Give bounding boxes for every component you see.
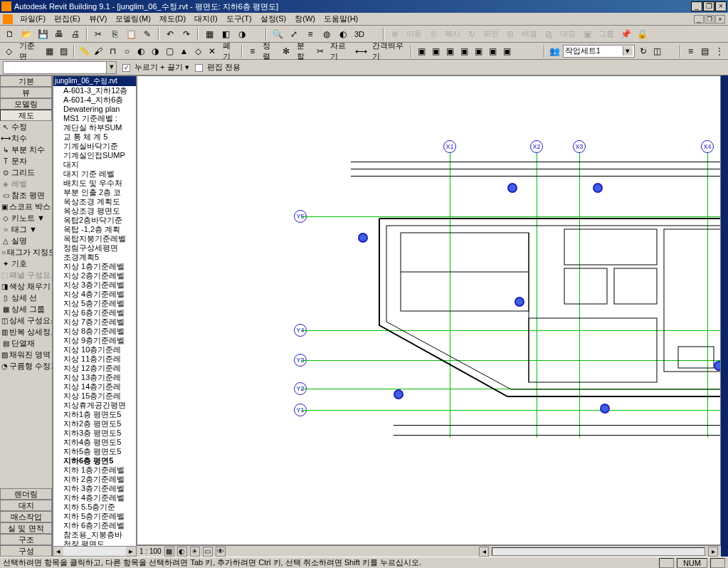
tree-item[interactable]: 천장 평면도 xyxy=(53,540,136,546)
refplane-label[interactable]: 기준면 xyxy=(17,41,41,62)
wsgray-button[interactable]: ◫ xyxy=(651,44,663,58)
ws4-button[interactable]: ▣ xyxy=(458,44,470,58)
hscrollbar[interactable] xyxy=(492,547,705,556)
ws2-button[interactable]: ▣ xyxy=(430,44,442,58)
dropdown-icon[interactable]: ▾ xyxy=(623,46,633,56)
maximize-button[interactable]: ❐ xyxy=(703,1,714,11)
paint-button[interactable]: 🖌 xyxy=(93,44,105,58)
tree-item[interactable]: 지하5층 평면도5 xyxy=(53,447,136,456)
grid-bubble[interactable]: X3 xyxy=(573,140,586,153)
align-icon[interactable]: ≡ xyxy=(246,44,258,58)
tree-item[interactable]: 지하3층 평면도5 xyxy=(53,428,136,438)
split-label[interactable]: 분할 xyxy=(295,41,312,62)
tree-item[interactable]: MS1 기준레벨 : xyxy=(53,114,136,123)
tree-item[interactable]: 옥상조경 평면도 xyxy=(53,206,136,216)
tree-item[interactable]: 대지 xyxy=(53,160,136,169)
section-marker[interactable] xyxy=(714,361,721,371)
shaded-button[interactable]: ◍ xyxy=(320,27,334,41)
paste-button[interactable]: 📋 xyxy=(124,27,138,41)
shadows-icon[interactable]: ☀ xyxy=(190,547,200,557)
menu-help[interactable]: 도움말(H) xyxy=(320,14,362,24)
workset-combo[interactable]: 작업세트1 ▾ xyxy=(563,45,635,58)
mdi-close[interactable]: × xyxy=(715,15,725,23)
section-marker[interactable] xyxy=(515,297,524,307)
type-selector[interactable]: ▾ xyxy=(3,61,117,74)
tree-item[interactable]: 지하 6층기준레벨 xyxy=(53,521,136,530)
section-marker[interactable] xyxy=(358,233,368,243)
tab-drafting[interactable]: 제도 xyxy=(0,110,52,121)
tree-item[interactable]: 옥탑 -1,2층 계획 xyxy=(53,225,136,234)
workplane-button[interactable]: ▦ xyxy=(43,44,56,58)
tree-item[interactable]: 지하4층 평면도5 xyxy=(53,438,136,447)
design-tool[interactable]: T문자 xyxy=(0,155,52,167)
tree-item[interactable]: 지상 15층기준레 xyxy=(53,391,136,401)
close-button[interactable]: × xyxy=(715,1,727,11)
do2-button[interactable]: ▤ xyxy=(699,44,711,58)
tab-view[interactable]: 뷰 xyxy=(0,87,52,98)
browser-tree[interactable]: A-601-3_지하12층A-601-4_지하6층Dewatering plan… xyxy=(53,86,136,546)
design-tool[interactable]: ◫상세 구성요소 xyxy=(0,315,52,326)
tree-item[interactable]: 지상 2층기준레벨 xyxy=(53,271,136,280)
hidden-button[interactable]: ◐ xyxy=(336,27,350,41)
tab-structure[interactable]: 구조 xyxy=(0,534,52,545)
scroll-right-icon[interactable]: ▸ xyxy=(126,547,136,556)
tree-item[interactable]: 부분 인출 2층 코 xyxy=(53,188,136,197)
unjoin-button[interactable]: ○ xyxy=(121,44,133,58)
design-tool[interactable]: ◨색상 채우기 xyxy=(0,280,52,292)
tree-item[interactable]: 옥상조경 계획도 xyxy=(53,197,136,206)
offset-label[interactable]: 간격띄우기 xyxy=(370,41,407,62)
cut-button[interactable]: ✂ xyxy=(91,27,105,41)
match-button[interactable]: ✎ xyxy=(140,27,154,41)
tree-item[interactable]: 지상 1층기준레벨 xyxy=(53,262,136,271)
savecentral-button[interactable]: 🖶 xyxy=(52,27,66,41)
tree-item[interactable]: 지상 8층기준레벨 xyxy=(53,327,136,336)
wall-opening-button[interactable]: ▢ xyxy=(164,44,176,58)
menu-view[interactable]: 뷰(V) xyxy=(85,14,112,24)
tree-item[interactable]: 지상휴게공간평면 xyxy=(53,401,136,410)
menu-modeling[interactable]: 모델링(M) xyxy=(111,14,155,24)
offset-icon[interactable]: ⟷ xyxy=(354,44,368,58)
tree-item[interactable]: 지상 6층기준레벨 xyxy=(53,308,136,317)
menu-settings[interactable]: 설정(S) xyxy=(256,14,291,24)
design-tool[interactable]: ○태그가 지정도 xyxy=(0,246,52,258)
tree-item[interactable]: 참조용_지붕층바 xyxy=(53,530,136,540)
copy-button[interactable]: ⎘ xyxy=(107,27,122,41)
menu-tools[interactable]: 도구(T) xyxy=(222,14,256,24)
tree-item[interactable]: 교 통 체 계 5 xyxy=(53,132,136,142)
do3-button[interactable]: ⋮ xyxy=(713,44,725,58)
tab-site[interactable]: 대지 xyxy=(0,500,52,511)
demolish-icon[interactable]: ✕ xyxy=(206,44,218,58)
cut-geo-button[interactable]: ◐ xyxy=(135,44,147,58)
section-marker[interactable] xyxy=(507,183,517,193)
refplane-icon[interactable]: ◇ xyxy=(3,44,15,58)
undo-button[interactable]: ↶ xyxy=(163,27,177,41)
view-scale[interactable]: 1 : 100 xyxy=(139,547,162,555)
grid-bubble[interactable]: X1 xyxy=(443,140,456,153)
align-label[interactable]: 정렬 xyxy=(260,41,278,62)
design-tool[interactable]: ▨채워진 영역 xyxy=(0,349,52,360)
tree-item[interactable]: 지상 5층기준레벨 xyxy=(53,299,136,308)
mdi-minimize[interactable]: _ xyxy=(694,15,704,23)
scroll-left-icon[interactable]: ◂ xyxy=(53,547,63,556)
ws7-button[interactable]: ▣ xyxy=(501,44,513,58)
dropdown-icon[interactable]: ▾ xyxy=(106,62,116,73)
menu-window[interactable]: 창(W) xyxy=(290,14,320,24)
right-edge[interactable] xyxy=(721,75,728,557)
attach-button[interactable]: ◑ xyxy=(149,44,162,58)
trim-icon[interactable]: ✂ xyxy=(314,44,326,58)
editonly-checkbox[interactable] xyxy=(195,64,203,72)
do1-button[interactable]: ≡ xyxy=(685,44,697,58)
section-marker[interactable] xyxy=(394,389,403,399)
tab-construction[interactable]: 구성 xyxy=(0,545,52,557)
wsreload-button[interactable]: ↻ xyxy=(637,44,649,58)
save-button[interactable]: 💾 xyxy=(36,27,50,41)
design-tool[interactable]: ▣스코프 박스 xyxy=(0,201,52,212)
design-tool[interactable]: ⊙그리드 xyxy=(0,167,52,178)
design-tool[interactable]: ✦기호 xyxy=(0,258,52,269)
ws5-button[interactable]: ▣ xyxy=(473,44,485,58)
3d-label[interactable]: 3D xyxy=(352,30,366,38)
demolish-label[interactable]: 폐기 xyxy=(221,41,238,62)
tree-item[interactable]: 계단실 하부SUM xyxy=(53,123,136,132)
tab-modeling[interactable]: 모델링 xyxy=(0,98,52,110)
menu-edit[interactable]: 편집(E) xyxy=(50,14,85,24)
